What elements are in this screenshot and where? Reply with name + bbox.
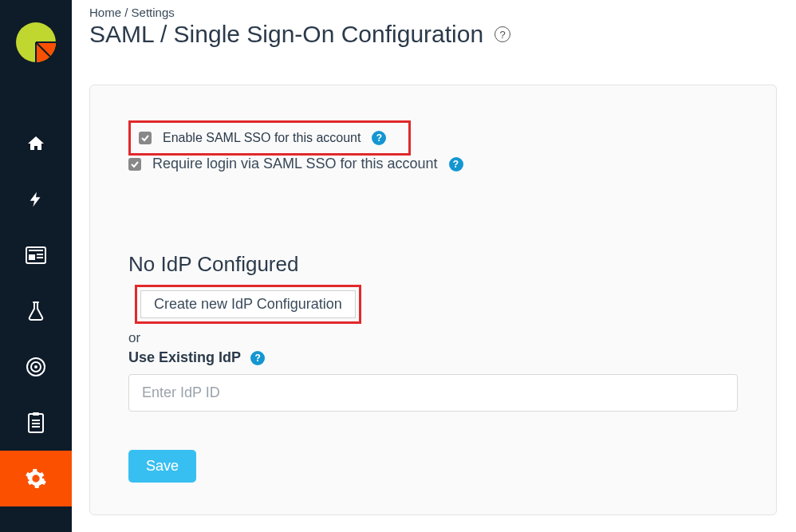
nav-bolt[interactable] bbox=[0, 171, 72, 227]
svg-rect-13 bbox=[33, 412, 39, 416]
nav-target[interactable] bbox=[0, 339, 72, 395]
logo bbox=[0, 0, 72, 84]
enable-sso-checkbox[interactable] bbox=[139, 132, 152, 144]
require-sso-label: Require login via SAML SSO for this acco… bbox=[152, 156, 438, 172]
nav-settings[interactable] bbox=[0, 451, 72, 506]
breadcrumb-home[interactable]: Home bbox=[89, 6, 121, 19]
clipboard-icon bbox=[27, 412, 45, 434]
help-icon[interactable]: ? bbox=[250, 351, 265, 365]
pie-logo-icon bbox=[14, 21, 57, 64]
help-icon[interactable]: ? bbox=[495, 26, 510, 42]
breadcrumb-sep: / bbox=[124, 6, 131, 19]
page-title: SAML / Single Sign-On Configuration bbox=[89, 21, 483, 48]
news-icon bbox=[26, 246, 46, 264]
create-idp-highlight: Create new IdP Configuration bbox=[135, 285, 361, 324]
require-sso-row: Require login via SAML SSO for this acco… bbox=[128, 156, 738, 172]
page-title-row: SAML / Single Sign-On Configuration ? bbox=[89, 21, 796, 48]
or-text: or bbox=[128, 330, 738, 346]
require-sso-checkbox[interactable] bbox=[128, 158, 141, 171]
breadcrumb-settings[interactable]: Settings bbox=[132, 6, 175, 19]
check-icon bbox=[130, 160, 140, 169]
svg-point-11 bbox=[34, 365, 37, 368]
idp-id-input[interactable] bbox=[128, 374, 738, 412]
save-button[interactable]: Save bbox=[128, 450, 196, 483]
gear-icon bbox=[25, 467, 47, 490]
use-existing-row: Use Existing IdP ? bbox=[128, 349, 738, 366]
use-existing-label: Use Existing IdP bbox=[128, 349, 241, 366]
idp-heading: No IdP Configured bbox=[128, 252, 738, 277]
nav-clipboard[interactable] bbox=[0, 395, 72, 451]
home-icon bbox=[26, 134, 45, 153]
nav-news[interactable] bbox=[0, 227, 72, 283]
flask-icon bbox=[27, 301, 45, 321]
nav-items bbox=[0, 116, 72, 506]
nav-home[interactable] bbox=[0, 116, 72, 171]
create-idp-button[interactable]: Create new IdP Configuration bbox=[140, 290, 356, 318]
svg-rect-5 bbox=[29, 254, 35, 260]
target-icon bbox=[26, 357, 46, 377]
nav-flask[interactable] bbox=[0, 283, 72, 339]
breadcrumb: Home / Settings bbox=[89, 6, 796, 19]
check-icon bbox=[140, 133, 150, 143]
enable-sso-label: Enable SAML SSO for this account bbox=[163, 131, 361, 145]
enable-sso-highlight: Enable SAML SSO for this account ? bbox=[128, 120, 411, 156]
settings-card: Enable SAML SSO for this account ? Requi… bbox=[89, 85, 777, 515]
help-icon[interactable]: ? bbox=[449, 157, 463, 171]
main-content: Home / Settings SAML / Single Sign-On Co… bbox=[72, 0, 796, 532]
bolt-icon bbox=[27, 189, 45, 210]
help-icon[interactable]: ? bbox=[372, 131, 386, 145]
sidebar bbox=[0, 0, 72, 532]
